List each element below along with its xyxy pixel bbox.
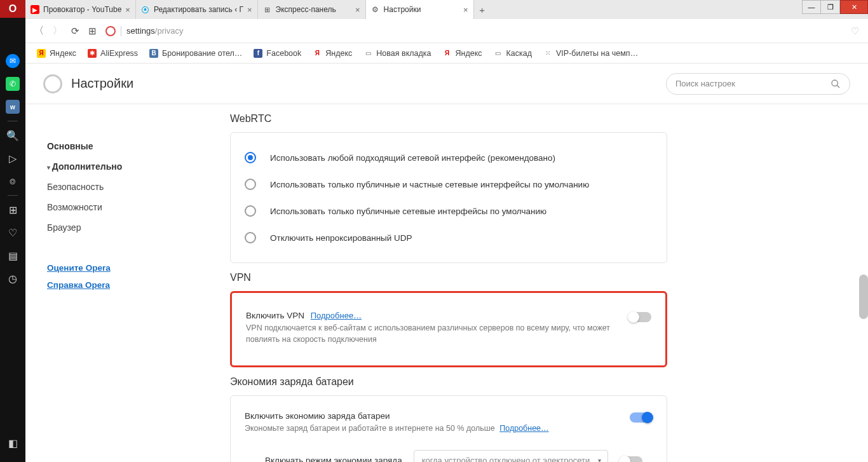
- battery-card: Включить экономию заряда батареи Экономь…: [230, 395, 667, 462]
- bookmark-item[interactable]: ЯЯндекс: [442, 49, 482, 58]
- start-page-button[interactable]: ⊞: [88, 25, 97, 37]
- battery-mode-row: Включать режим экономии заряда когда уст…: [245, 437, 653, 463]
- bookmark-label: Новая вкладка: [376, 49, 431, 58]
- document-icon: ▭: [363, 49, 372, 58]
- webrtc-card: Использовать любой подходящий сетевой ин…: [230, 132, 667, 263]
- nav-main[interactable]: Основные: [47, 136, 216, 156]
- nav-security[interactable]: Безопасность: [47, 177, 216, 197]
- tab-close-icon[interactable]: ×: [355, 5, 360, 15]
- tab-wordpress[interactable]: ⦿ Редактировать запись ‹ Г ×: [136, 0, 258, 19]
- radio-label: Отключить непроксированный UDP: [270, 233, 412, 243]
- new-tab-button[interactable]: +: [474, 0, 491, 19]
- yandex-icon: Я: [442, 49, 451, 58]
- radio-icon: [245, 232, 256, 243]
- tab-title: Провокатор - YouTube: [43, 5, 121, 14]
- rail-news-icon[interactable]: ▤: [0, 244, 25, 267]
- bookmark-item[interactable]: ▭Новая вкладка: [363, 49, 431, 58]
- webrtc-option-4[interactable]: Отключить непроксированный UDP: [245, 224, 653, 251]
- rail-history-icon[interactable]: ◷: [0, 267, 25, 290]
- rail-speed-dial-icon[interactable]: ⊞: [0, 198, 25, 221]
- radio-icon: [245, 152, 256, 163]
- rail-messenger-icon[interactable]: ✉: [0, 50, 25, 72]
- nav-advanced[interactable]: Дополнительно: [47, 156, 216, 177]
- webrtc-option-1[interactable]: Использовать любой подходящий сетевой ин…: [245, 144, 653, 171]
- opera-favicon-icon: [105, 26, 116, 36]
- toolbar: 〈 〉 ⟳ ⊞ settings/privacy ♡: [25, 19, 868, 43]
- gear-icon: ⚙: [371, 5, 380, 14]
- bookmark-label: Facebook: [266, 49, 301, 58]
- nav-features[interactable]: Возможности: [47, 197, 216, 217]
- opera-menu-button[interactable]: O: [0, 0, 25, 18]
- tab-close-icon[interactable]: ×: [247, 5, 252, 15]
- rail-whatsapp-icon[interactable]: ✆: [0, 72, 25, 95]
- search-placeholder: Поиск настроек: [675, 79, 735, 88]
- vpn-card: Включить VPN Подробнее… VPN подключается…: [230, 291, 667, 367]
- yandex-icon: Я: [313, 49, 322, 58]
- bookmark-item[interactable]: ЯЯндекс: [313, 49, 352, 58]
- forward-button[interactable]: 〉: [53, 25, 62, 37]
- tab-close-icon[interactable]: ×: [125, 5, 130, 15]
- battery-toggle[interactable]: [630, 412, 653, 423]
- settings-search-input[interactable]: Поиск настроек: [666, 73, 850, 95]
- nav-rate-link[interactable]: Оцените Opera: [47, 259, 216, 276]
- yandex-icon: Я: [37, 49, 46, 58]
- bookmark-item[interactable]: ✱AliExpress: [88, 49, 138, 58]
- bookmark-label: Бронирование отел…: [162, 49, 242, 58]
- settings-content: WebRTC Использовать любой подходящий сет…: [216, 104, 859, 462]
- address-bar[interactable]: settings/privacy: [105, 23, 842, 39]
- youtube-icon: ▶: [31, 5, 39, 14]
- tab-youtube[interactable]: ▶ Провокатор - YouTube ×: [25, 0, 136, 19]
- bookmark-label: Каскад: [506, 49, 532, 58]
- section-vpn-title: VPN: [230, 272, 855, 283]
- settings-nav: Основные Дополнительно Безопасность Возм…: [25, 104, 216, 462]
- bookmark-item[interactable]: ⁙VIP-билеты на чемп…: [543, 49, 638, 58]
- bookmark-item[interactable]: fFacebook: [254, 49, 301, 58]
- nav-help-link[interactable]: Справка Opera: [47, 276, 216, 294]
- bookmark-item[interactable]: BБронирование отел…: [149, 49, 242, 58]
- vk-icon: B: [149, 49, 158, 58]
- vpn-toggle[interactable]: [628, 312, 651, 322]
- battery-more-link[interactable]: Подробнее…: [499, 424, 548, 433]
- webrtc-option-2[interactable]: Использовать только публичные и частные …: [245, 171, 653, 198]
- section-battery-title: Экономия заряда батареи: [230, 376, 855, 388]
- vpn-toggle-row: Включить VPN Подробнее… VPN подключается…: [246, 308, 651, 348]
- tab-close-icon[interactable]: ×: [463, 5, 468, 15]
- back-button[interactable]: 〈: [34, 25, 44, 37]
- radio-icon: [245, 205, 256, 217]
- vpn-more-link[interactable]: Подробнее…: [311, 311, 362, 320]
- rail-camera-icon[interactable]: ⌾: [0, 170, 25, 193]
- tab-settings[interactable]: ⚙ Настройки ×: [366, 0, 474, 19]
- rail-expand-icon[interactable]: ◧: [0, 431, 25, 454]
- tab-title: Настройки: [384, 5, 459, 14]
- tab-speed-dial[interactable]: ⊞ Экспресс-панель ×: [258, 0, 366, 19]
- facebook-icon: f: [254, 49, 262, 58]
- nav-browser[interactable]: Браузер: [47, 217, 216, 238]
- rail-search-icon[interactable]: 🔍: [0, 124, 25, 147]
- window-minimize-button[interactable]: —: [802, 0, 821, 14]
- rail-vk-icon[interactable]: w: [0, 95, 25, 118]
- address-subpath: /privacy: [155, 26, 184, 36]
- battery-mode-select[interactable]: когда устройство отключено от электросет…: [414, 450, 608, 463]
- battery-mode-toggle[interactable]: [620, 456, 642, 463]
- radio-label: Использовать только публичные и частные …: [270, 180, 589, 189]
- scrollbar-thumb[interactable]: [859, 275, 868, 319]
- webrtc-option-3[interactable]: Использовать только публичные сетевые ин…: [245, 198, 653, 224]
- tab-strip: ▶ Провокатор - YouTube × ⦿ Редактировать…: [25, 0, 868, 19]
- svg-line-1: [837, 85, 839, 88]
- tab-title: Экспресс-панель: [276, 5, 351, 14]
- rail-play-icon[interactable]: ▷: [0, 147, 25, 170]
- heart-bookmark-icon[interactable]: ♡: [851, 25, 859, 37]
- rail-heart-icon[interactable]: ♡: [0, 221, 25, 244]
- battery-label: Включить экономию заряда батареи: [245, 411, 390, 421]
- grid-icon: ⊞: [263, 5, 272, 14]
- window-maximize-button[interactable]: ❐: [821, 0, 840, 14]
- bookmark-item[interactable]: ЯЯндекс: [37, 49, 76, 58]
- bookmark-item[interactable]: ▭Каскад: [494, 49, 532, 58]
- page-title: Настройки: [71, 76, 133, 91]
- window-close-button[interactable]: ✕: [840, 0, 868, 14]
- settings-header: Настройки Поиск настроек: [25, 64, 868, 104]
- colored-dots-icon: ⁙: [543, 49, 552, 58]
- svg-point-0: [832, 80, 837, 86]
- reload-button[interactable]: ⟳: [71, 25, 79, 37]
- section-webrtc-title: WebRTC: [230, 113, 855, 125]
